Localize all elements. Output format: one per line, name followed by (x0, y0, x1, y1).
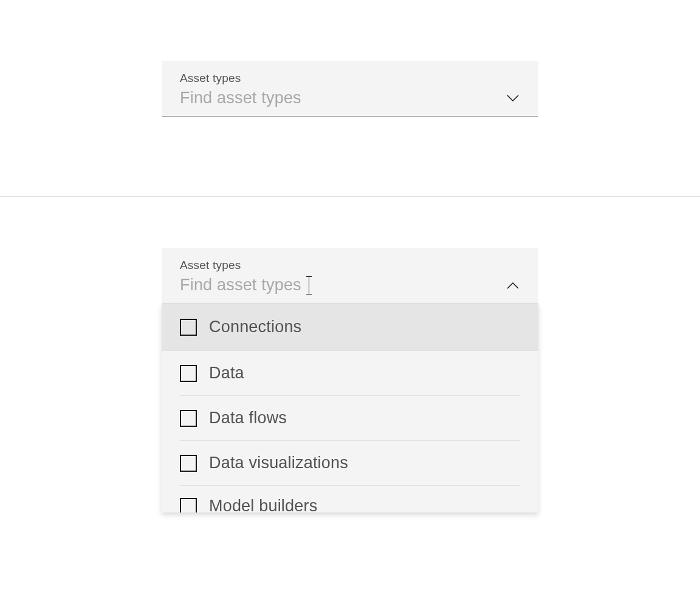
section-divider (0, 196, 700, 197)
dropdown-field[interactable]: Asset types Find asset types (162, 248, 538, 304)
dropdown-menu: Connections Data Data flows Data visua (162, 304, 538, 512)
checkbox-icon[interactable] (180, 455, 197, 472)
option-label: Data (209, 364, 244, 383)
dropdown-label: Asset types (180, 72, 520, 85)
dropdown-option-data[interactable]: Data (162, 351, 538, 396)
checkbox-icon[interactable] (180, 319, 197, 336)
expanded-dropdown-section: Asset types Find asset types (0, 248, 700, 512)
dropdown-input-row: Find asset types (180, 89, 520, 107)
chevron-down-icon[interactable] (506, 94, 520, 103)
checkbox-icon[interactable] (180, 498, 197, 513)
dropdown-placeholder[interactable]: Find asset types (180, 89, 506, 107)
dropdown-label: Asset types (180, 259, 520, 272)
dropdown-option-connections[interactable]: Connections (162, 304, 538, 351)
checkbox-icon[interactable] (180, 410, 197, 427)
dropdown-option-data-visualizations[interactable]: Data visualizations (162, 441, 538, 486)
option-label: Model builders (209, 497, 317, 512)
checkbox-icon[interactable] (180, 365, 197, 382)
dropdown-input-row: Find asset types (180, 276, 520, 294)
option-label: Connections (209, 318, 301, 336)
dropdown-field[interactable]: Asset types Find asset types (162, 61, 538, 117)
option-label: Data visualizations (209, 454, 348, 472)
asset-types-dropdown-collapsed[interactable]: Asset types Find asset types (162, 61, 538, 117)
collapsed-dropdown-section: Asset types Find asset types (0, 0, 700, 117)
chevron-up-icon[interactable] (506, 281, 520, 290)
dropdown-option-model-builders[interactable]: Model builders (162, 486, 538, 512)
asset-types-dropdown-expanded[interactable]: Asset types Find asset types (162, 248, 538, 512)
option-label: Data flows (209, 409, 287, 427)
text-cursor-icon (309, 276, 309, 294)
dropdown-placeholder: Find asset types (180, 276, 301, 294)
dropdown-option-data-flows[interactable]: Data flows (162, 396, 538, 441)
dropdown-input-field[interactable]: Find asset types (180, 276, 506, 294)
